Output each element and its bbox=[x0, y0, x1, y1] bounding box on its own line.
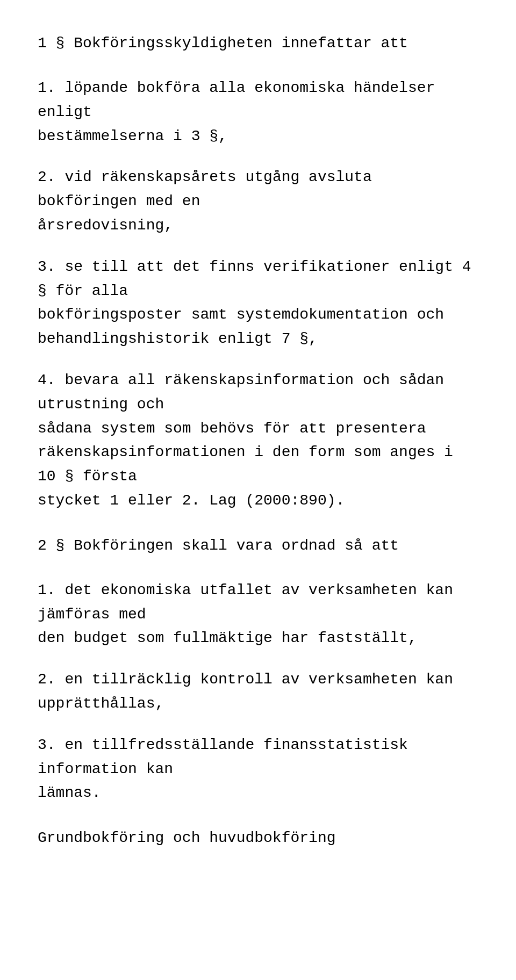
section2-list-item-3: 3. en tillfredsställande finansstatistis… bbox=[38, 733, 478, 805]
s2-item-1-number: 1. bbox=[38, 582, 64, 599]
s2-item-3-content: en tillfredsställande finansstatistisk i… bbox=[38, 737, 408, 777]
section-1: 1 § Bokföringsskyldigheten innefattar at… bbox=[38, 32, 478, 513]
item-2-text: 2. vid räkenskapsårets utgång avsluta bo… bbox=[38, 165, 478, 214]
section2-list-item-2: 2. en tillräcklig kontroll av verksamhet… bbox=[38, 668, 478, 716]
item-4-content: bevara all räkenskapsinformation och såd… bbox=[38, 372, 444, 413]
list-item-1: 1. löpande bokföra alla ekonomiska hände… bbox=[38, 76, 478, 148]
item-4-text: 4. bevara all räkenskapsinformation och … bbox=[38, 369, 478, 417]
section-2: 2 § Bokföringen skall vara ordnad så att… bbox=[38, 535, 478, 805]
section-footer: Grundbokföring och huvudbokföring bbox=[38, 827, 478, 849]
section-1-heading: 1 § Bokföringsskyldigheten innefattar at… bbox=[38, 32, 478, 55]
list-item-4: 4. bevara all räkenskapsinformation och … bbox=[38, 369, 478, 513]
item-4-text-line2: sådana system som behövs för att present… bbox=[38, 417, 478, 441]
item-2-content: vid räkenskapsårets utgång avsluta bokfö… bbox=[38, 169, 372, 210]
item-3-text-line3: behandlingshistorik enligt 7 §, bbox=[38, 327, 478, 351]
s2-item-1-text: 1. det ekonomiska utfallet av verksamhet… bbox=[38, 579, 478, 627]
section2-list-item-1: 1. det ekonomiska utfallet av verksamhet… bbox=[38, 579, 478, 651]
item-2-number: 2. bbox=[38, 169, 64, 185]
s2-item-2-number: 2. bbox=[38, 671, 64, 688]
item-2-text-line2: årsredovisning, bbox=[38, 214, 478, 238]
item-1-content: löpande bokföra alla ekonomiska händelse… bbox=[38, 80, 435, 120]
item-3-content: se till att det finns verifikationer enl… bbox=[38, 258, 471, 299]
item-1-text-line2: bestämmelserna i 3 §, bbox=[38, 125, 478, 149]
s2-item-3-text-line2: lämnas. bbox=[38, 781, 478, 805]
s2-item-1-content: det ekonomiska utfallet av verksamheten … bbox=[38, 582, 453, 623]
item-4-number: 4. bbox=[38, 372, 64, 388]
s2-item-2-text: 2. en tillräcklig kontroll av verksamhet… bbox=[38, 668, 478, 716]
footer-heading: Grundbokföring och huvudbokföring bbox=[38, 827, 478, 849]
list-item-3: 3. se till att det finns verifikationer … bbox=[38, 255, 478, 351]
s2-item-3-number: 3. bbox=[38, 737, 64, 753]
list-item-2: 2. vid räkenskapsårets utgång avsluta bo… bbox=[38, 165, 478, 237]
s2-item-3-text: 3. en tillfredsställande finansstatistis… bbox=[38, 733, 478, 782]
item-4-text-line3: räkenskapsinformationen i den form som a… bbox=[38, 441, 478, 489]
s2-item-1-text-line2: den budget som fullmäktige har fastställ… bbox=[38, 626, 478, 651]
item-3-text: 3. se till att det finns verifikationer … bbox=[38, 255, 478, 304]
item-1-number: 1. bbox=[38, 80, 64, 96]
s2-item-2-content: en tillräcklig kontroll av verksamheten … bbox=[38, 671, 453, 712]
main-content: 1 § Bokföringsskyldigheten innefattar at… bbox=[38, 32, 478, 849]
item-1-text: 1. löpande bokföra alla ekonomiska hände… bbox=[38, 76, 478, 125]
item-3-number: 3. bbox=[38, 258, 64, 275]
section-2-heading: 2 § Bokföringen skall vara ordnad så att bbox=[38, 535, 478, 557]
item-3-text-line2: bokföringsposter samt systemdokumentatio… bbox=[38, 303, 478, 327]
item-4-text-line4: stycket 1 eller 2. Lag (2000:890). bbox=[38, 489, 478, 513]
